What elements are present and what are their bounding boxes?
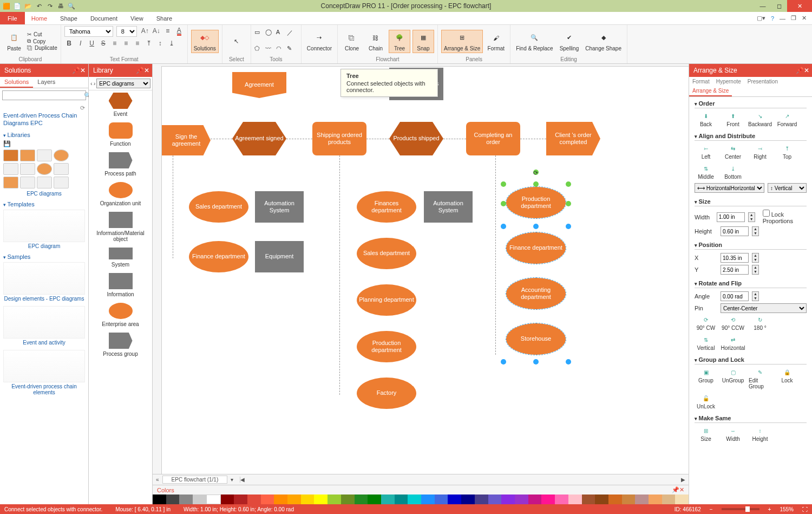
valign-top-icon[interactable]: ⤒: [144, 38, 154, 48]
section-libraries[interactable]: Libraries: [3, 132, 85, 138]
solutions-subtab[interactable]: Solutions: [0, 77, 33, 88]
lib-item-org-unit[interactable]: Organization unit: [91, 182, 150, 206]
increase-font-icon[interactable]: A↑: [140, 26, 150, 36]
colors-bar[interactable]: [153, 495, 689, 504]
clone-button[interactable]: ⿻Clone: [341, 30, 363, 53]
open-icon[interactable]: 📂: [24, 2, 32, 10]
node-sales-dept-2[interactable]: Sales department: [357, 238, 416, 269]
undo-icon[interactable]: ↶: [35, 2, 43, 10]
tool-curve-icon[interactable]: 〰: [265, 45, 274, 54]
ungroup-button[interactable]: ▢UnGroup: [722, 368, 744, 389]
selection-handle[interactable]: [533, 181, 539, 187]
same-height-button[interactable]: ↕Height: [749, 426, 771, 442]
snap-button[interactable]: ▦Snap: [412, 30, 434, 53]
panel-close-icon[interactable]: ✕: [80, 67, 86, 74]
node-products-shipped[interactable]: Products shipped: [389, 122, 443, 155]
colors-close-icon[interactable]: ✕: [679, 486, 684, 493]
section-samples[interactable]: Samples: [3, 253, 85, 260]
child-close-icon[interactable]: ✕: [802, 15, 807, 22]
pin-icon[interactable]: 📌: [72, 67, 78, 74]
template-caption[interactable]: EPC diagram: [3, 243, 85, 249]
node-finance-dept-sel[interactable]: Finance department: [506, 232, 566, 264]
hscroll-right-icon[interactable]: ▶: [681, 477, 685, 483]
selection-handle[interactable]: [501, 359, 506, 365]
size-width-input[interactable]: [717, 212, 745, 222]
save-library-icon[interactable]: 💾: [3, 140, 85, 147]
node-accounting-dept-sel[interactable]: Accounting department: [506, 278, 566, 309]
align-right-icon[interactable]: ≡: [133, 38, 142, 48]
tool-line-icon[interactable]: ／: [287, 29, 296, 37]
distribute-vert-select[interactable]: ↕ Vertical: [768, 183, 807, 193]
connector-button[interactable]: ⇢Connector: [305, 30, 334, 53]
rotate-handle[interactable]: ⟳: [533, 170, 539, 175]
node-equipment[interactable]: Equipment: [255, 241, 304, 272]
selection-handle[interactable]: [566, 181, 571, 187]
panel-close-icon[interactable]: ✕: [143, 67, 150, 74]
align-left-icon[interactable]: ≡: [110, 38, 120, 48]
lib-item-information[interactable]: Information: [91, 273, 150, 297]
change-shape-button[interactable]: ◆Change Shape: [583, 30, 624, 53]
sheet-add-icon[interactable]: ▾: [231, 477, 233, 483]
node-production-dept-2[interactable]: Production department: [357, 331, 416, 362]
node-production-dept-sel[interactable]: Production department: [506, 187, 566, 218]
pin-icon[interactable]: 📌: [796, 67, 802, 74]
node-finance-dept-1[interactable]: Finance department: [189, 241, 248, 272]
node-sales-dept-1[interactable]: Sales department: [189, 191, 248, 223]
redo-icon[interactable]: ↷: [45, 2, 54, 10]
position-y-input[interactable]: [721, 265, 749, 275]
lib-item-enterprise-area[interactable]: Enterprise area: [91, 303, 150, 327]
solutions-search-input[interactable]: [3, 92, 82, 99]
section-group-lock[interactable]: Group and Lock: [695, 356, 807, 365]
cut-button[interactable]: ✂ Cut: [27, 31, 57, 37]
app-menu-icon[interactable]: 🟧: [2, 2, 11, 10]
font-color-icon[interactable]: A: [174, 26, 184, 36]
tab-view[interactable]: View: [124, 12, 150, 24]
selection-handle[interactable]: [566, 201, 571, 206]
rtab-presentation[interactable]: Presentation: [744, 77, 781, 86]
tool-free-icon[interactable]: ✎: [287, 45, 296, 54]
print-icon[interactable]: 🖶: [56, 2, 65, 10]
lib-prev-icon[interactable]: ‹: [90, 80, 93, 87]
tab-share[interactable]: Share: [150, 12, 179, 24]
node-sign-agreement[interactable]: Sign the agreement: [162, 125, 211, 155]
node-completing-order[interactable]: Completing an order: [466, 122, 520, 155]
rotate-cw-button[interactable]: ⟳90° CW: [695, 315, 717, 331]
tab-home[interactable]: Home: [25, 12, 54, 24]
align-middle-button[interactable]: ⇅Middle: [695, 164, 717, 180]
align-right-button[interactable]: ⤙Right: [749, 144, 771, 160]
align-center-icon[interactable]: ≡: [121, 38, 131, 48]
size-height-input[interactable]: [721, 226, 749, 236]
sheet-nav-first-icon[interactable]: «: [156, 477, 159, 483]
tree-button[interactable]: 🌳Tree: [389, 30, 410, 53]
lib-item-process-group[interactable]: Process group: [91, 333, 150, 357]
lib-item-function[interactable]: Function: [91, 122, 150, 147]
selection-handle[interactable]: [501, 181, 506, 187]
colors-pin-icon[interactable]: 📌: [672, 486, 679, 493]
lock-button[interactable]: 🔒Lock: [776, 368, 798, 389]
new-doc-icon[interactable]: 📄: [13, 2, 22, 10]
sample-caption-1[interactable]: Event and activity: [3, 340, 85, 346]
fit-page-icon[interactable]: ⛶: [802, 506, 808, 512]
tool-rect-icon[interactable]: ▭: [254, 29, 263, 37]
lib-item-info-material[interactable]: Information/Material object: [91, 212, 150, 242]
library-selector[interactable]: EPC diagrams: [96, 79, 150, 88]
child-minimize-icon[interactable]: —: [780, 15, 785, 22]
solution-tree-root[interactable]: Event-driven Process Chain Diagrams EPC: [3, 112, 85, 127]
sheet-tab[interactable]: EPC flowchart (1/1): [162, 476, 228, 484]
sample-caption-0[interactable]: Design elements - EPC diagrams: [3, 296, 85, 302]
pin-select[interactable]: Center-Center: [721, 303, 807, 313]
child-restore-icon[interactable]: ❐: [791, 15, 796, 22]
group-button[interactable]: ▣Group: [695, 368, 717, 389]
tab-file[interactable]: File: [0, 12, 25, 24]
angle-input[interactable]: [721, 291, 749, 301]
window-docs-icon[interactable]: ▢▾: [757, 15, 765, 22]
same-size-button[interactable]: ⊞Size: [695, 426, 717, 442]
tool-ellipse-icon[interactable]: ◯: [265, 29, 274, 37]
flip-vert-button[interactable]: ⇅Vertical: [695, 335, 717, 351]
refresh-icon[interactable]: ⟳: [3, 105, 85, 112]
rtab-format[interactable]: Format: [689, 77, 713, 86]
valign-bot-icon[interactable]: ⤓: [167, 38, 176, 48]
node-agreement-banner[interactable]: Agreement: [232, 72, 286, 98]
flip-horiz-button[interactable]: ⇄Horizontal: [722, 335, 744, 351]
node-planning-dept[interactable]: Planning department: [357, 284, 416, 316]
